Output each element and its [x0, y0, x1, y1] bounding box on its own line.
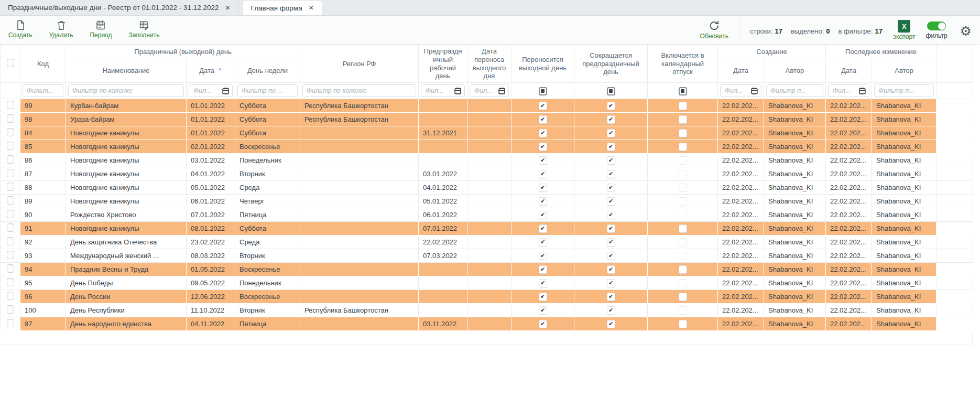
vacation-checkbox[interactable]	[679, 102, 687, 110]
moves-checkbox[interactable]	[539, 129, 547, 137]
col-header-changed-author[interactable]: Автор	[872, 59, 937, 83]
vacation-checkbox[interactable]	[679, 156, 687, 165]
col-header-changed-date[interactable]: Дата	[826, 59, 872, 83]
moves-checkbox[interactable]	[539, 197, 547, 206]
table-row[interactable]: 88 Новогодние каникулы 05.01.2022 Среда …	[1, 181, 973, 195]
period-button[interactable]: Период	[90, 18, 112, 44]
col-header-code[interactable]: Код	[20, 45, 66, 83]
moves-checkbox[interactable]	[539, 224, 547, 233]
row-select-checkbox[interactable]	[7, 169, 14, 177]
col-header-preholiday[interactable]: Предпраздничный рабочий день	[419, 45, 467, 83]
vacation-checkbox[interactable]	[679, 252, 687, 260]
col-header-shortens[interactable]: Сокращается предпраздничный день	[574, 45, 648, 83]
col-header-vacation[interactable]: Включается в календарный отпуск	[648, 45, 718, 83]
tab-main-form[interactable]: Главная форма ✕	[243, 0, 322, 15]
row-select-checkbox[interactable]	[7, 114, 14, 123]
vacation-checkbox[interactable]	[679, 129, 687, 137]
select-all-checkbox[interactable]	[7, 59, 14, 67]
table-row[interactable]: 97 День народного единства 04.11.2022 Пя…	[1, 317, 973, 331]
code-filter-input[interactable]	[23, 84, 63, 97]
shortens-checkbox[interactable]	[607, 143, 615, 151]
shortens-checkbox[interactable]	[607, 211, 615, 219]
vacation-checkbox[interactable]	[679, 306, 687, 315]
col-header-name[interactable]: Наименование	[66, 59, 187, 83]
moves-checkbox[interactable]	[539, 115, 547, 124]
weekday-filter-input[interactable]	[237, 84, 298, 97]
moves-checkbox[interactable]	[539, 156, 547, 165]
toggle-on-icon[interactable]	[927, 22, 946, 30]
row-select-checkbox[interactable]	[7, 251, 14, 259]
row-select-checkbox[interactable]	[7, 128, 14, 136]
row-select-checkbox[interactable]	[7, 319, 14, 327]
shortens-checkbox[interactable]	[607, 224, 615, 233]
shortens-checkbox[interactable]	[607, 184, 615, 192]
calendar-icon[interactable]	[751, 87, 758, 94]
table-row[interactable]: 100 День Республики 11.10.2022 Вторник Р…	[1, 304, 973, 317]
vacation-checkbox[interactable]	[679, 293, 687, 301]
moves-checkbox[interactable]	[539, 143, 547, 151]
table-row[interactable]: 89 Новогодние каникулы 06.01.2022 Четвер…	[1, 195, 973, 208]
close-icon[interactable]: ✕	[309, 4, 314, 12]
col-header-transfer-date[interactable]: Дата переноса выходного дня	[467, 45, 511, 83]
vacation-filter-checkbox[interactable]	[679, 87, 687, 95]
table-row[interactable]: 99 Курбан-байрам 01.01.2022 Суббота Респ…	[1, 99, 973, 113]
vacation-checkbox[interactable]	[679, 211, 687, 219]
vacation-checkbox[interactable]	[679, 238, 687, 247]
col-header-moves[interactable]: Переносится выходной день	[511, 45, 574, 83]
moves-filter-checkbox[interactable]	[539, 87, 547, 95]
created-author-filter-input[interactable]	[766, 84, 823, 97]
moves-checkbox[interactable]	[539, 170, 547, 178]
table-row[interactable]: 91 Новогодние каникулы 08.01.2022 Суббот…	[1, 222, 973, 235]
shortens-checkbox[interactable]	[607, 279, 615, 287]
vacation-checkbox[interactable]	[679, 170, 687, 178]
shortens-checkbox[interactable]	[607, 320, 615, 328]
row-select-checkbox[interactable]	[7, 305, 14, 314]
shortens-checkbox[interactable]	[607, 238, 615, 247]
shortens-checkbox[interactable]	[607, 102, 615, 110]
moves-checkbox[interactable]	[539, 293, 547, 301]
moves-checkbox[interactable]	[539, 102, 547, 110]
shortens-checkbox[interactable]	[607, 197, 615, 206]
col-header-created-date[interactable]: Дата	[718, 59, 764, 83]
table-row[interactable]: 86 Новогодние каникулы 03.01.2022 Понеде…	[1, 154, 973, 167]
filter-toggle[interactable]: фильтр	[926, 18, 948, 44]
created-date-filter-input[interactable]	[724, 85, 749, 96]
row-select-checkbox[interactable]	[7, 237, 14, 245]
moves-checkbox[interactable]	[539, 306, 547, 315]
moves-checkbox[interactable]	[539, 252, 547, 260]
shortens-checkbox[interactable]	[607, 293, 615, 301]
row-select-checkbox[interactable]	[7, 210, 14, 218]
vacation-checkbox[interactable]	[679, 143, 687, 151]
table-row[interactable]: 94 Праздник Весны и Труда 01.05.2022 Вос…	[1, 263, 973, 276]
name-filter-input[interactable]	[68, 84, 184, 97]
vacation-checkbox[interactable]	[679, 279, 687, 287]
col-header-created-author[interactable]: Автор	[764, 59, 826, 83]
shortens-checkbox[interactable]	[607, 129, 615, 137]
calendar-icon[interactable]	[859, 87, 866, 94]
table-row[interactable]: 98 Ураза-байрам 01.01.2022 Суббота Респу…	[1, 113, 973, 126]
sort-asc-icon[interactable]: ▲	[218, 67, 222, 72]
gear-icon[interactable]: ⚙	[960, 25, 972, 38]
col-header-weekday[interactable]: День недели	[235, 59, 300, 83]
vacation-checkbox[interactable]	[679, 224, 687, 233]
row-select-checkbox[interactable]	[7, 196, 14, 205]
table-row[interactable]: 85 Новогодние каникулы 02.01.2022 Воскре…	[1, 140, 973, 154]
table-row[interactable]: 87 Новогодние каникулы 04.01.2022 Вторни…	[1, 167, 973, 181]
create-button[interactable]: Создать	[8, 18, 32, 44]
shortens-checkbox[interactable]	[607, 170, 615, 178]
moves-checkbox[interactable]	[539, 265, 547, 274]
vacation-checkbox[interactable]	[679, 115, 687, 124]
preholiday-filter-input[interactable]	[424, 85, 452, 96]
row-select-checkbox[interactable]	[7, 183, 14, 191]
shortens-checkbox[interactable]	[607, 252, 615, 260]
row-select-checkbox[interactable]	[7, 101, 14, 109]
row-select-checkbox[interactable]	[7, 223, 14, 232]
tab-holidays-registry[interactable]: Праздничные/выходные дни - Реестр от 01.…	[0, 0, 239, 15]
table-row[interactable]: 84 Новогодние каникулы 01.01.2022 Суббот…	[1, 126, 973, 140]
vacation-checkbox[interactable]	[679, 265, 687, 274]
calendar-icon[interactable]	[454, 87, 461, 94]
row-select-checkbox[interactable]	[7, 292, 14, 300]
transfer-date-filter-input[interactable]	[473, 85, 496, 96]
row-select-checkbox[interactable]	[7, 155, 14, 164]
vacation-checkbox[interactable]	[679, 197, 687, 206]
